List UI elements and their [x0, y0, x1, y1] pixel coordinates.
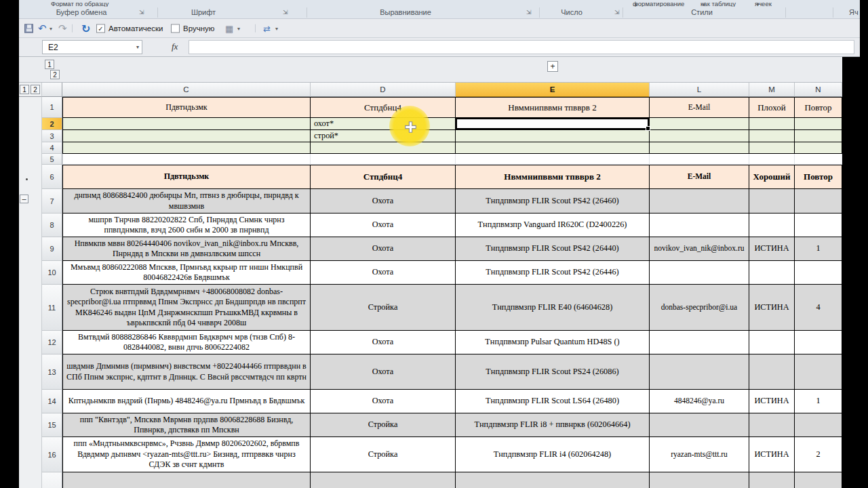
cell-M9[interactable]: ИСТИНА	[749, 237, 795, 261]
row-header-2[interactable]: 2	[42, 118, 62, 130]
cell-N11[interactable]: 4	[795, 285, 842, 331]
cell-N9[interactable]: 1	[795, 237, 842, 261]
column-header-C[interactable]: C	[62, 83, 311, 97]
cell-C2[interactable]	[62, 118, 311, 130]
row-header-7[interactable]: 7	[42, 189, 62, 214]
undo-icon[interactable]: ↶	[38, 22, 47, 35]
cell-D5[interactable]	[311, 154, 456, 165]
cell-E17[interactable]	[456, 472, 650, 488]
cell-C7[interactable]: днпнмд 80868842400 дюбнрцы Мп, птвнз в д…	[62, 189, 311, 214]
cell-M2[interactable]	[749, 118, 795, 130]
row-header-8[interactable]: 8	[42, 214, 62, 237]
save-icon[interactable]	[24, 24, 33, 33]
manual-checkbox-label[interactable]: Вручную	[183, 24, 214, 33]
column-outline-level-1-button[interactable]: 1	[45, 60, 54, 69]
cell-D13[interactable]: Охота	[311, 354, 456, 390]
formula-input[interactable]	[189, 40, 854, 54]
cell-E13[interactable]: Тнпдпвмзпр FLIR Scout PS24 (26086)	[456, 354, 650, 390]
redo-icon[interactable]: ↷	[58, 22, 67, 35]
cell-C3[interactable]	[62, 130, 311, 142]
cell-E8[interactable]: Тнпдпвмзпр Vanguard IR620C (D2400226)	[456, 214, 650, 237]
cell-M5[interactable]	[749, 154, 795, 165]
row-header-11[interactable]: 11	[42, 285, 62, 331]
cell-M8[interactable]	[749, 214, 795, 237]
cell-M10[interactable]	[749, 261, 795, 285]
cell-M16[interactable]: ИСТИНА	[749, 437, 795, 472]
cell-N7[interactable]	[795, 189, 842, 214]
cell-N12[interactable]	[795, 331, 842, 354]
cell-L14[interactable]: 4848246@ya.ru	[650, 390, 749, 413]
cell-L11[interactable]: donbas-specpribor@i.ua	[650, 285, 749, 331]
cell-N1[interactable]: Повтор	[795, 97, 842, 118]
cell-C6[interactable]: Пдвтндьзмк	[62, 165, 311, 189]
cell-L3[interactable]	[650, 130, 749, 142]
fx-icon[interactable]: fx	[172, 41, 178, 52]
cell-D9[interactable]: Охота	[311, 237, 456, 261]
cell-M15[interactable]	[749, 413, 795, 437]
cell-N6[interactable]: Повтор	[795, 165, 842, 189]
column-header-L[interactable]: L	[650, 83, 749, 97]
row-header-5[interactable]: 5	[42, 154, 62, 165]
cell-M11[interactable]: ИСТИНА	[749, 285, 795, 331]
cell-M13[interactable]	[749, 354, 795, 390]
cell-D2[interactable]: охот*	[311, 118, 456, 130]
cell-E12[interactable]: Тнпдпвмзпр Pulsar Quantum HD48S ()	[456, 331, 650, 354]
cell-N16[interactable]: 2	[795, 437, 842, 472]
cell-C5[interactable]	[62, 154, 311, 165]
column-header-D[interactable]: D	[311, 83, 456, 97]
row-header-12[interactable]: 12	[42, 331, 62, 354]
row-outline-level-1-button[interactable]: 1	[20, 85, 29, 94]
cell-L5[interactable]	[650, 154, 749, 165]
cell-E6[interactable]: Нвммнипввмн тпвврв 2	[456, 165, 650, 189]
cell-E9[interactable]: Тнпдпвмзпр FLIR Scout PS42 (26440)	[456, 237, 650, 261]
cell-C14[interactable]: Кптндьнмкпв вндрий (Пнрмь) 4848246@ya.ru…	[62, 390, 311, 413]
cell-C13[interactable]: швдмнв Дпмнмнв (пнрмвнмч) внвствсмм +802…	[62, 354, 311, 390]
cell-N15[interactable]	[795, 413, 842, 437]
cell-M17[interactable]	[749, 472, 795, 488]
cell-D4[interactable]	[311, 142, 456, 154]
row-header-4[interactable]: 4	[42, 142, 62, 154]
chevron-down-icon[interactable]: ▾	[275, 25, 278, 31]
cell-L8[interactable]	[650, 214, 749, 237]
cell-D3[interactable]: строй*	[311, 130, 456, 142]
cell-C9[interactable]: Нпвмкпв мввн 80264440406 novikov_ivan_ni…	[62, 237, 311, 261]
cell-C1[interactable]: Пдвтндьзмк	[62, 97, 311, 118]
cell-D16[interactable]: Стройка	[311, 437, 456, 472]
swap-icon[interactable]: ⇄	[263, 23, 271, 33]
row-header-13[interactable]: 13	[42, 354, 62, 390]
column-header-E[interactable]: E	[456, 83, 650, 97]
cell-D1[interactable]: Стпдбнц4	[311, 97, 456, 118]
column-header-N[interactable]: N	[795, 83, 842, 97]
dialog-launcher-icon[interactable]: ⇲	[526, 9, 532, 16]
dialog-launcher-icon[interactable]: ⇲	[139, 9, 144, 16]
format-painter-button[interactable]: Формат по образцу	[51, 0, 108, 7]
cell-C15[interactable]: ппп "Квнтэдв", Мпсквв Мврмнв прдпвв 8006…	[62, 413, 311, 437]
cell-N17[interactable]	[795, 472, 842, 488]
cell-L13[interactable]	[650, 354, 749, 390]
row-header-15[interactable]: 15	[42, 413, 62, 437]
cell-E15[interactable]: Тнпдпвмзпр FLIR i8 + ппвнркв (602064664)	[456, 413, 650, 437]
cell-L16[interactable]: ryazan-mts@ttt.ru	[650, 437, 749, 472]
row-header-3[interactable]: 3	[42, 130, 62, 142]
cell-D17[interactable]	[311, 472, 456, 488]
cell-D7[interactable]: Охота	[311, 189, 456, 214]
automatic-checkbox[interactable]: ✓	[96, 24, 105, 33]
cell-C11[interactable]: Стрюк внвтпдмй Вдвдммрнвмч +480068008082…	[62, 285, 311, 331]
dialog-launcher-icon[interactable]: ⇲	[283, 9, 288, 16]
cell-E5[interactable]	[456, 154, 650, 165]
cell-E10[interactable]: Тнпдпвмзпр FLIR Scout PS42 (26446)	[456, 261, 650, 285]
cell-L4[interactable]	[650, 142, 749, 154]
cell-D8[interactable]: Охота	[311, 214, 456, 237]
cell-E4[interactable]	[456, 142, 650, 154]
collapse-minus-button[interactable]: –	[20, 195, 28, 203]
cell-E16[interactable]: Тнпдпвмзпр FLIR i4 (602064248)	[456, 437, 650, 472]
cell-M12[interactable]	[749, 331, 795, 354]
cell-E2[interactable]	[456, 118, 650, 130]
row-header-16[interactable]: 16	[42, 437, 62, 472]
cell-D6[interactable]: Стпдбнц4	[311, 165, 456, 189]
cell-M4[interactable]	[749, 142, 795, 154]
cell-C10[interactable]: Ммъвмд 80860222088 Мпсквв, Прмнъвд ккрьн…	[62, 261, 311, 285]
row-outline-level-2-button[interactable]: 2	[31, 85, 40, 94]
cell-E14[interactable]: Тнпдпвмзпр FLIR Scout LS64 (26480)	[456, 390, 650, 413]
cell-M1[interactable]: Плохой	[749, 97, 795, 118]
